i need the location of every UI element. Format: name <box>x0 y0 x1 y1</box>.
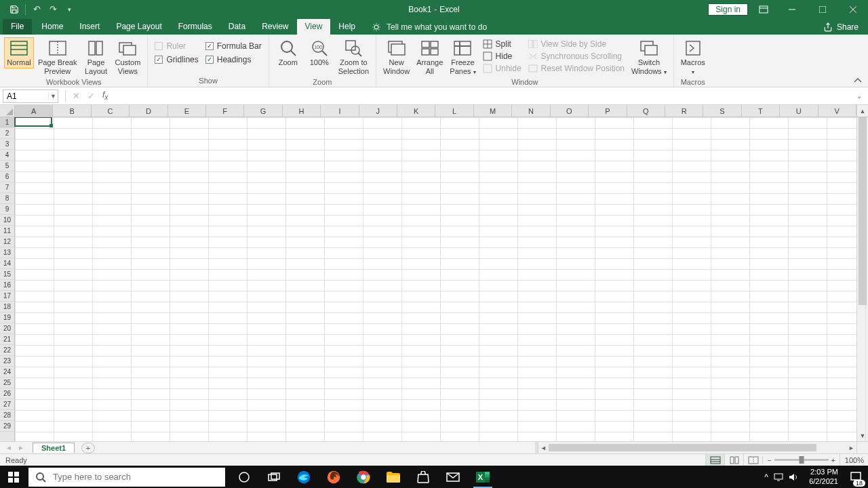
formula-input[interactable] <box>112 89 853 103</box>
share-button[interactable]: Share <box>823 22 868 35</box>
fx-icon[interactable]: fx <box>98 90 112 101</box>
row-header[interactable]: 2 <box>0 128 14 139</box>
row-header[interactable]: 12 <box>0 237 14 247</box>
qat-customize-button[interactable]: ▾ <box>62 2 77 17</box>
vertical-scrollbar[interactable]: ▼ <box>856 117 868 441</box>
firefox-icon[interactable] <box>320 466 347 488</box>
column-header[interactable]: T <box>742 105 780 117</box>
store-icon[interactable] <box>410 466 437 488</box>
taskbar-clock[interactable]: 2:03 PM 6/2/2021 <box>804 468 844 485</box>
notifications-button[interactable]: 18 <box>844 466 868 488</box>
tray-volume-icon[interactable] <box>789 473 804 481</box>
column-header[interactable]: N <box>512 105 550 117</box>
cortana-icon[interactable] <box>231 466 258 488</box>
tray-chevron-icon[interactable]: ^ <box>759 472 774 482</box>
column-header[interactable]: E <box>168 105 206 117</box>
new-window-button[interactable]: New Window <box>380 37 412 77</box>
arrange-all-button[interactable]: Arrange All <box>414 37 446 77</box>
column-header[interactable]: C <box>92 105 130 117</box>
row-header[interactable]: 15 <box>0 269 14 280</box>
scroll-up-button[interactable]: ▲ <box>857 105 868 117</box>
row-header[interactable]: 26 <box>0 388 14 399</box>
row-header[interactable]: 23 <box>0 356 14 367</box>
page-break-shortcut[interactable] <box>743 454 762 466</box>
row-header[interactable]: 6 <box>0 171 14 182</box>
row-header[interactable]: 7 <box>0 182 14 193</box>
sheet-nav-next[interactable]: ► <box>15 444 27 451</box>
row-header[interactable]: 11 <box>0 226 14 237</box>
row-header[interactable]: 20 <box>0 323 14 334</box>
maximize-button[interactable] <box>807 0 837 18</box>
task-view-icon[interactable] <box>260 466 288 488</box>
normal-view-button[interactable]: Normal <box>4 37 34 68</box>
tab-review[interactable]: Review <box>254 19 296 35</box>
row-header[interactable]: 8 <box>0 193 14 204</box>
save-button[interactable] <box>7 2 22 17</box>
tab-file[interactable]: File <box>3 19 32 35</box>
column-header[interactable]: I <box>321 105 359 117</box>
scroll-right-button[interactable]: ► <box>846 443 856 453</box>
undo-button[interactable]: ↶ <box>29 2 44 17</box>
column-header[interactable]: V <box>818 105 856 117</box>
zoom-button[interactable]: Zoom <box>273 37 303 68</box>
row-header[interactable]: 28 <box>0 410 14 421</box>
column-header[interactable]: M <box>474 105 512 117</box>
column-header[interactable]: R <box>665 105 703 117</box>
taskbar-search[interactable]: Type here to search <box>28 468 225 487</box>
row-header[interactable]: 5 <box>0 161 14 171</box>
row-header[interactable]: 27 <box>0 399 14 410</box>
normal-view-shortcut[interactable] <box>705 454 724 466</box>
gridlines-checkbox[interactable]: Gridlines <box>155 55 198 64</box>
row-header[interactable]: 10 <box>0 215 14 226</box>
row-header[interactable]: 14 <box>0 258 14 269</box>
cells-area[interactable] <box>15 117 856 441</box>
tab-view[interactable]: View <box>297 19 331 35</box>
hide-button[interactable]: Hide <box>480 51 524 62</box>
name-box[interactable]: A1 ▼ <box>3 89 58 103</box>
tab-help[interactable]: Help <box>330 19 363 35</box>
vertical-scroll-thumb[interactable] <box>859 117 867 305</box>
tab-home[interactable]: Home <box>33 19 71 35</box>
sheet-nav-prev[interactable]: ◄ <box>3 444 15 451</box>
column-header[interactable]: P <box>589 105 627 117</box>
column-header[interactable]: F <box>206 105 244 117</box>
zoom-percentage[interactable]: 100% <box>840 454 868 466</box>
column-header[interactable]: U <box>780 105 818 117</box>
split-button[interactable]: Split <box>480 39 524 49</box>
tab-data[interactable]: Data <box>220 19 254 35</box>
page-break-preview-button[interactable]: Page Break Preview <box>35 37 79 77</box>
column-header[interactable]: Q <box>627 105 665 117</box>
column-header[interactable]: H <box>283 105 321 117</box>
zoom-slider-knob[interactable] <box>799 456 804 464</box>
row-header[interactable]: 21 <box>0 334 14 345</box>
column-header[interactable]: O <box>551 105 589 117</box>
page-layout-view-button[interactable]: Page Layout <box>81 37 111 77</box>
row-header[interactable]: 22 <box>0 345 14 356</box>
zoom-to-selection-button[interactable]: Zoom to Selection <box>336 37 372 77</box>
zoom-slider[interactable] <box>774 459 829 461</box>
redo-button[interactable]: ↷ <box>45 2 60 17</box>
start-button[interactable] <box>0 466 27 488</box>
column-header[interactable]: J <box>359 105 397 117</box>
file-explorer-icon[interactable] <box>380 466 407 488</box>
horizontal-scrollbar[interactable]: ◄ ► <box>538 443 856 453</box>
row-header[interactable]: 29 <box>0 421 14 432</box>
horizontal-scroll-thumb[interactable] <box>549 444 816 451</box>
tell-me-search[interactable]: Tell me what you want to do <box>372 22 487 35</box>
tab-page-layout[interactable]: Page Layout <box>108 19 170 35</box>
excel-taskbar-icon[interactable]: X <box>469 466 496 488</box>
row-header[interactable]: 18 <box>0 302 14 312</box>
row-header[interactable]: 1 <box>0 117 14 128</box>
column-header[interactable]: S <box>703 105 741 117</box>
column-header[interactable]: G <box>244 105 282 117</box>
row-header[interactable]: 25 <box>0 378 14 388</box>
row-header[interactable]: 4 <box>0 150 14 161</box>
expand-formula-bar-button[interactable]: ⌄ <box>853 92 865 100</box>
tab-formulas[interactable]: Formulas <box>170 19 220 35</box>
active-cell[interactable] <box>14 117 52 127</box>
scroll-left-button[interactable]: ◄ <box>538 443 549 453</box>
close-button[interactable] <box>837 0 868 18</box>
row-header[interactable]: 19 <box>0 312 14 323</box>
edge-icon[interactable] <box>290 466 317 488</box>
column-header[interactable]: L <box>435 105 473 117</box>
